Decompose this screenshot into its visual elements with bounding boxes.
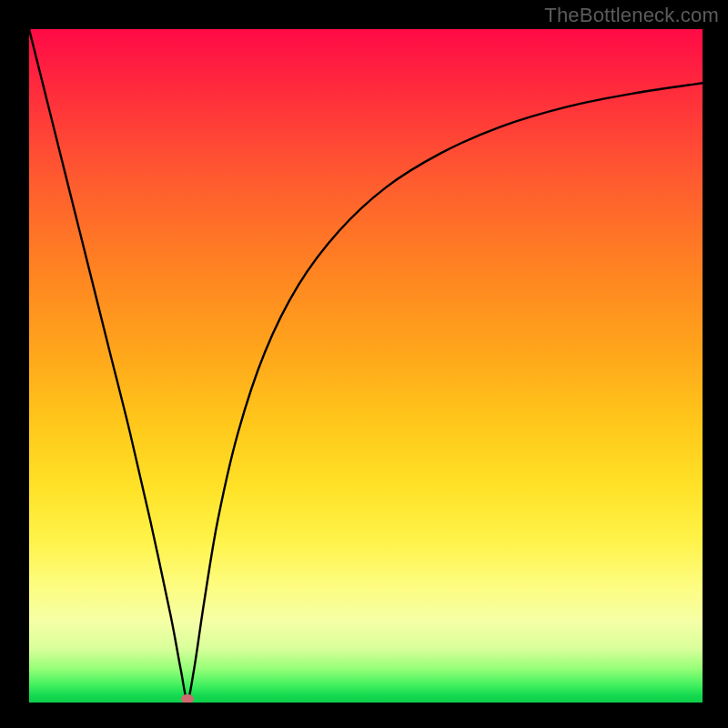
- plot-area: [29, 29, 703, 703]
- chart-frame: TheBottleneck.com: [0, 0, 728, 728]
- minimum-marker: [181, 694, 194, 703]
- bottleneck-curve: [29, 29, 703, 703]
- watermark-text: TheBottleneck.com: [544, 4, 719, 27]
